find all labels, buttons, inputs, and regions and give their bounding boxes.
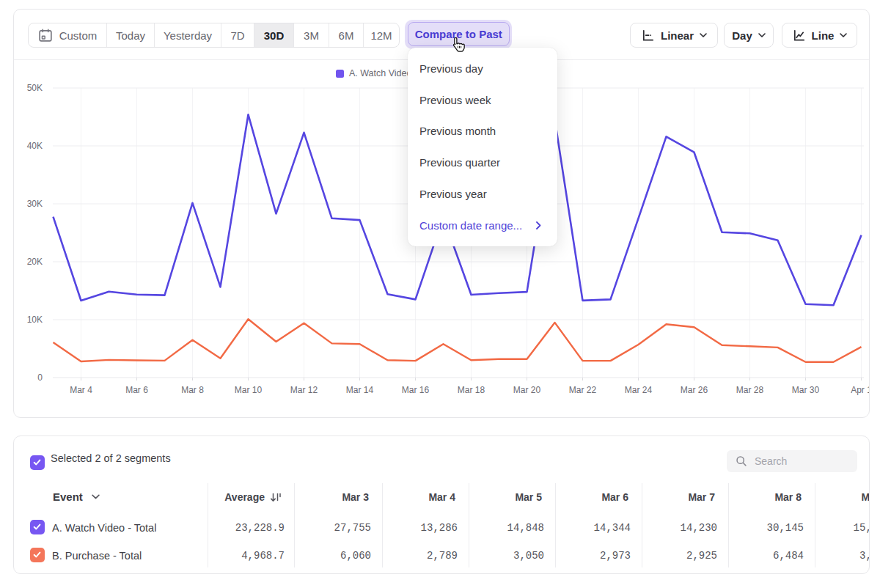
svg-text:Mar 24: Mar 24 (625, 385, 653, 395)
svg-text:50K: 50K (27, 83, 43, 93)
svg-text:Mar 30: Mar 30 (792, 385, 820, 395)
svg-text:Mar 10: Mar 10 (235, 385, 263, 395)
svg-text:20K: 20K (27, 257, 43, 267)
svg-text:Mar 14: Mar 14 (346, 385, 374, 395)
svg-text:Mar 26: Mar 26 (681, 385, 708, 395)
svg-text:Mar 28: Mar 28 (736, 385, 764, 395)
svg-text:Mar 16: Mar 16 (402, 385, 430, 395)
svg-text:0: 0 (37, 372, 43, 383)
svg-text:Mar 12: Mar 12 (290, 385, 318, 395)
svg-text:Mar 18: Mar 18 (458, 385, 485, 395)
svg-text:Mar 8: Mar 8 (181, 385, 204, 395)
svg-text:40K: 40K (27, 141, 43, 151)
svg-text:Mar 4: Mar 4 (70, 385, 92, 395)
svg-text:Mar 6: Mar 6 (125, 385, 148, 395)
svg-text:30K: 30K (27, 199, 43, 209)
svg-text:Mar 22: Mar 22 (569, 385, 597, 395)
svg-text:10K: 10K (27, 315, 43, 325)
svg-text:Apr 1: Apr 1 (851, 385, 870, 395)
svg-text:Mar 20: Mar 20 (513, 385, 541, 395)
